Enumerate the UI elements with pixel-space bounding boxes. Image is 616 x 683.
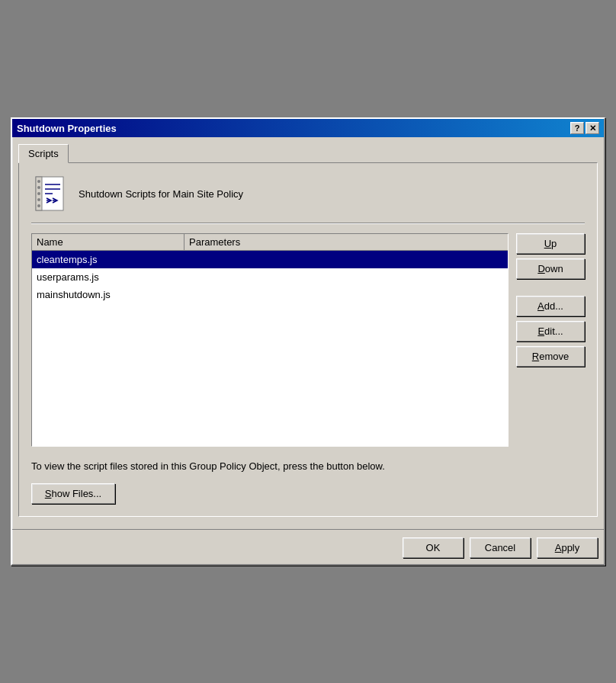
list-item-name-2: mainshutdown.js xyxy=(32,287,184,302)
column-parameters: Parameters xyxy=(184,234,508,250)
tab-strip: Scripts xyxy=(18,143,598,162)
list-item[interactable]: userparams.js xyxy=(32,268,508,286)
tab-scripts[interactable]: Scripts xyxy=(18,144,69,163)
list-item[interactable]: cleantemps.js xyxy=(32,251,508,268)
header-section: Shutdown Scripts for Main Site Policy xyxy=(31,175,585,212)
tab-panel-scripts: Shutdown Scripts for Main Site Policy Na… xyxy=(18,162,598,517)
script-list-container: Name Parameters cleantemps.js userparams… xyxy=(31,233,509,447)
column-name: Name xyxy=(32,234,184,250)
svg-point-4 xyxy=(37,192,40,195)
up-button[interactable]: Up xyxy=(516,233,585,254)
list-item[interactable]: mainshutdown.js xyxy=(32,286,508,303)
edit-button[interactable]: Edit... xyxy=(516,321,585,342)
svg-point-2 xyxy=(37,180,40,183)
close-button[interactable]: ✕ xyxy=(586,122,599,134)
list-item-params-1 xyxy=(184,270,508,284)
header-title: Shutdown Scripts for Main Site Policy xyxy=(79,188,243,200)
add-button[interactable]: Add... xyxy=(516,296,585,316)
footer-buttons: OK Cancel Apply xyxy=(12,529,604,564)
list-item-params-0 xyxy=(184,252,508,267)
separator xyxy=(31,223,585,224)
dialog-content: Scripts xyxy=(12,137,604,523)
title-bar: Shutdown Properties ? ✕ xyxy=(12,119,604,137)
svg-point-5 xyxy=(37,198,40,201)
ok-button[interactable]: OK xyxy=(403,537,464,558)
side-buttons: Up Down Add... Edit... Remove xyxy=(516,233,585,447)
svg-point-6 xyxy=(37,204,40,207)
main-area: Name Parameters cleantemps.js userparams… xyxy=(31,233,585,447)
list-item-name-1: userparams.js xyxy=(32,270,184,284)
list-header: Name Parameters xyxy=(32,234,508,251)
svg-point-3 xyxy=(37,186,40,189)
title-bar-controls: ? ✕ xyxy=(570,122,599,134)
down-button[interactable]: Down xyxy=(516,258,585,279)
shutdown-properties-dialog: Shutdown Properties ? ✕ Scripts xyxy=(11,117,605,566)
window-title: Shutdown Properties xyxy=(17,123,117,134)
list-item-name-0: cleantemps.js xyxy=(32,252,184,267)
description-text: To view the script files stored in this … xyxy=(31,459,585,474)
apply-button[interactable]: Apply xyxy=(537,537,598,558)
script-icon xyxy=(31,175,68,212)
help-button[interactable]: ? xyxy=(570,122,584,134)
remove-button[interactable]: Remove xyxy=(516,346,585,367)
cancel-button[interactable]: Cancel xyxy=(470,537,531,558)
show-files-button[interactable]: Show Files... xyxy=(31,483,115,504)
list-item-params-2 xyxy=(184,287,508,302)
list-body: cleantemps.js userparams.js mainshutdown… xyxy=(32,251,508,303)
